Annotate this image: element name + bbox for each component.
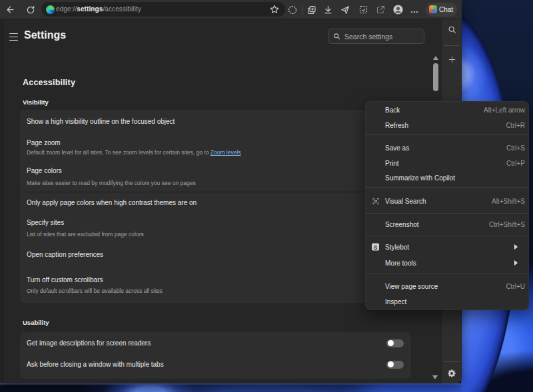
card-divider — [20, 192, 411, 192]
toggle-knob — [388, 361, 394, 367]
collections-button[interactable] — [304, 3, 318, 17]
setting-row-subtitle: Default zoom level for all sites. To see… — [27, 149, 241, 156]
address-bar[interactable]: edge://settings/accessibility — [41, 2, 285, 17]
desktop-wallpaper-bottom — [0, 383, 461, 392]
setting-row-title[interactable]: Page zoom — [27, 139, 61, 146]
submenu-chevron-icon — [514, 260, 518, 266]
favorite-star-icon[interactable] — [269, 4, 280, 15]
search-placeholder: Search settings — [344, 33, 392, 41]
scrollbar-up-arrow[interactable] — [433, 56, 438, 60]
scrollbar-thumb[interactable] — [433, 63, 438, 91]
downloads-button[interactable] — [321, 3, 335, 17]
profile-avatar-icon — [392, 4, 404, 15]
zoom-levels-link[interactable]: Zoom levels — [211, 149, 241, 156]
settings-search-input[interactable]: Search settings — [328, 29, 424, 44]
sidebar-search-button[interactable] — [442, 25, 462, 34]
sidebar-add-button[interactable] — [442, 55, 462, 64]
setting-row-title[interactable]: Page colors — [27, 167, 62, 174]
edge-logo-icon — [46, 5, 55, 14]
menu-item-stylebot[interactable]: S Stylebot — [365, 240, 529, 254]
web-capture-button[interactable] — [356, 3, 370, 17]
submenu-chevron-icon — [514, 244, 518, 250]
toolbar-separator — [302, 4, 302, 15]
rail-separator-bottom — [444, 361, 460, 362]
menu-item-back[interactable]: BackAlt+Left arrow — [365, 102, 529, 117]
setting-row-subtitle: List of sites that are excluded from pag… — [27, 231, 144, 238]
section-heading-usability: Usability — [23, 319, 49, 326]
menu-separator — [365, 213, 529, 214]
share-icon — [376, 5, 386, 15]
menu-item-more-tools[interactable]: More tools — [365, 256, 529, 270]
refresh-icon — [26, 5, 35, 15]
setting-row-title[interactable]: Specify sites — [27, 219, 64, 226]
ellipsis-icon: … — [410, 5, 419, 15]
setting-row-title[interactable]: Only apply page colors when high contras… — [27, 199, 197, 206]
menu-item-print[interactable]: PrintCtrl+P — [365, 156, 529, 171]
back-button[interactable] — [3, 3, 17, 17]
profile-button[interactable] — [391, 3, 405, 17]
send-icon — [340, 5, 350, 15]
scrollbar-down-arrow[interactable] — [432, 375, 438, 379]
sidebar-search-icon — [448, 25, 456, 34]
menu-separator — [365, 134, 529, 135]
settings-menu-button[interactable] — [9, 33, 18, 41]
plus-icon — [448, 55, 456, 64]
menu-separator — [365, 236, 529, 236]
browser-essentials-icon — [287, 5, 298, 15]
copilot-logo-icon — [429, 5, 437, 13]
menu-item-visual-search[interactable]: Visual SearchAlt+Shift+S — [365, 194, 529, 209]
copilot-chat-button[interactable]: Chat — [426, 3, 457, 17]
browser-toolbar: edge://settings/accessibility … — [0, 0, 462, 19]
send-button[interactable] — [338, 3, 352, 17]
menu-separator — [365, 274, 529, 274]
setting-row-title[interactable]: Turn off custom scrollbars — [27, 276, 103, 284]
setting-row-title[interactable]: Ask before closing a window with multipl… — [27, 361, 164, 368]
setting-row-subtitle: Make sites easier to read by modifying t… — [27, 180, 196, 186]
visual-search-icon — [371, 197, 380, 206]
gear-icon — [447, 369, 456, 378]
menu-item-save-as[interactable]: Save asCtrl+S — [365, 141, 529, 156]
refresh-button[interactable] — [23, 3, 37, 17]
menu-item-screenshot[interactable]: ScreenshotCtrl+Shift+S — [365, 218, 529, 232]
menu-item-summarize-with-copilot[interactable]: Summarize with Copilot — [365, 171, 529, 186]
page-title: Accessibility — [23, 78, 75, 87]
menu-item-view-page-source[interactable]: View page sourceCtrl+U — [365, 280, 529, 294]
menu-separator — [365, 187, 529, 188]
setting-row-title[interactable]: Get image descriptions for screen reader… — [27, 339, 151, 347]
more-options-button[interactable]: … — [408, 3, 422, 17]
menu-item-inspect[interactable]: Inspect — [365, 294, 529, 309]
browser-essentials-button[interactable] — [285, 3, 299, 17]
settings-title: Settings — [24, 29, 66, 41]
share-button[interactable] — [374, 3, 388, 17]
stylebot-icon: S — [371, 243, 380, 252]
url-text: edge://settings/accessibility — [56, 2, 141, 17]
setting-row-subtitle: Only default scrollbars will be availabl… — [27, 288, 163, 294]
toggle-knob — [388, 340, 394, 346]
toggle-image-descriptions[interactable] — [386, 339, 404, 347]
visibility-card: Show a high visibility outline on the fo… — [20, 110, 411, 303]
section-heading-visibility: Visibility — [23, 98, 49, 106]
context-menu: BackAlt+Left arrow RefreshCtrl+R Save as… — [365, 101, 529, 310]
downloads-icon — [323, 5, 333, 15]
setting-row-title[interactable]: Show a high visibility outline on the fo… — [27, 118, 175, 125]
collections-icon — [306, 5, 317, 15]
back-icon — [5, 5, 15, 15]
search-icon — [333, 33, 340, 40]
page-left-gutter — [0, 19, 5, 383]
rail-separator-top — [444, 45, 460, 46]
sidebar-settings-button[interactable] — [442, 369, 462, 378]
web-capture-icon — [358, 5, 368, 15]
toggle-ask-before-closing[interactable] — [386, 361, 404, 369]
chat-button-label: Chat — [439, 6, 453, 13]
setting-row-title[interactable]: Open caption preferences — [27, 251, 103, 258]
menu-item-refresh[interactable]: RefreshCtrl+R — [365, 118, 529, 132]
usability-card: Get image descriptions for screen reader… — [20, 332, 411, 379]
